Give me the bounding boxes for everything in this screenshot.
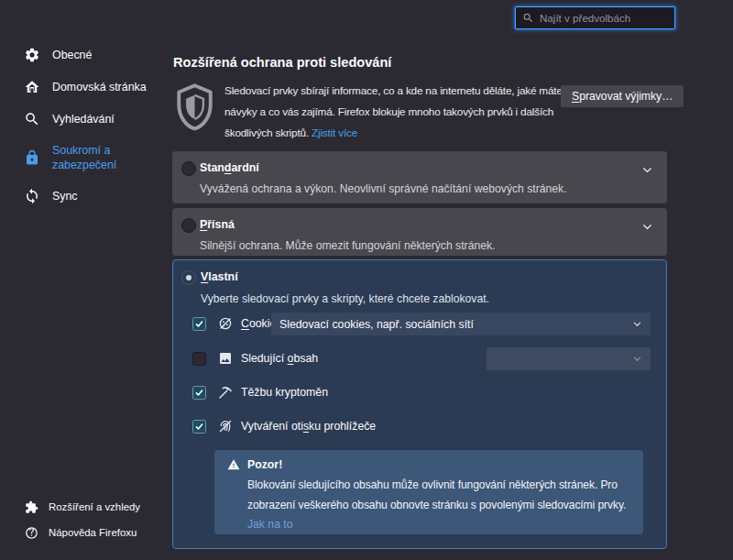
- page-title: Rozšířená ochrana proti sledování: [173, 55, 391, 70]
- label-fingerprinters[interactable]: Vytváření otisku prohlížeče: [241, 420, 376, 433]
- row-cookies: Cookies: [192, 313, 281, 335]
- cookies-select-value: Sledovací cookies, např. sociálních sítí: [279, 318, 474, 331]
- option-label-standard[interactable]: Standardní: [200, 161, 259, 174]
- sidebar-item-label: Obecné: [52, 48, 92, 62]
- search-icon: [522, 12, 534, 24]
- preferences-search[interactable]: [515, 6, 675, 29]
- cookie-blocked-icon: [218, 316, 233, 331]
- radio-standard[interactable]: [181, 161, 196, 176]
- sync-icon: [24, 188, 40, 204]
- puzzle-icon: [25, 500, 38, 514]
- sidebar-item-general[interactable]: Obecné: [0, 46, 170, 64]
- checkbox-cookies-checked[interactable]: [192, 317, 206, 331]
- sidebar-item-home[interactable]: Domovská stránka: [0, 78, 170, 96]
- sidebar-item-firefox-help[interactable]: Nápověda Firefoxu: [0, 524, 170, 541]
- sidebar-item-label: Rozšíření a vzhledy: [49, 500, 140, 514]
- option-card-standard[interactable]: Standardní Vyvážená ochrana a výkon. Neo…: [172, 151, 667, 203]
- chevron-down-icon[interactable]: [641, 220, 653, 236]
- checkbox-tracking-content-unchecked[interactable]: [192, 352, 206, 366]
- chevron-down-icon: [632, 319, 642, 329]
- sidebar-item-search[interactable]: Vyhledávání: [0, 110, 170, 128]
- lock-icon: [24, 149, 40, 166]
- warning-title: Pozor!: [247, 458, 282, 471]
- warning-text: Blokování sledujícího obsahu může ovlivn…: [247, 476, 643, 515]
- home-icon: [24, 79, 40, 95]
- warning-icon: [227, 458, 240, 471]
- warning-box: Pozor! Blokování sledujícího obsahu může…: [214, 450, 643, 534]
- sidebar-item-label: Vyhledávání: [52, 112, 115, 126]
- checkbox-fingerprinters-checked[interactable]: [192, 420, 206, 434]
- sidebar-item-label: Sync: [52, 189, 78, 203]
- option-card-custom: Vlastní Vyberte sledovací prvky a skript…: [172, 259, 667, 549]
- sidebar: Obecné Domovská stránka Vyhledávání Souk…: [0, 0, 170, 560]
- warning-howto-link[interactable]: Jak na to: [247, 518, 292, 531]
- option-description-strict: Silnější ochrana. Může omezit fungování …: [200, 239, 495, 252]
- search-input[interactable]: [540, 12, 681, 24]
- fingerprint-blocked-icon: [218, 419, 233, 434]
- tracking-content-select-disabled: [487, 347, 651, 370]
- learn-more-link[interactable]: Zjistit více: [312, 126, 357, 139]
- cookies-type-select[interactable]: Sledovací cookies, např. sociálních sítí: [271, 313, 651, 335]
- media-content-icon: [218, 351, 233, 366]
- manage-exceptions-button[interactable]: Spravovat výjimky…: [561, 85, 684, 107]
- row-cryptominers: Těžbu kryptoměn: [192, 381, 328, 403]
- sidebar-item-label: Domovská stránka: [52, 80, 147, 94]
- sidebar-item-privacy-security[interactable]: Soukromí a zabezpečení: [0, 142, 170, 173]
- intro-paragraph: Sledovací prvky sbírají informace, co a …: [224, 81, 596, 144]
- option-label-strict[interactable]: Přísná: [200, 218, 235, 231]
- option-description-custom: Vyberte sledovací prvky a skripty, které…: [201, 292, 489, 305]
- shield-icon: [173, 82, 216, 133]
- pickaxe-icon: [218, 385, 233, 400]
- intro-text: Sledovací prvky sbírají informace, co a …: [224, 84, 563, 139]
- magnifier-icon: [24, 111, 40, 127]
- sidebar-item-extensions-themes[interactable]: Rozšíření a vzhledy: [0, 499, 170, 515]
- checkbox-cryptominers-checked[interactable]: [192, 386, 206, 400]
- sidebar-item-label: Nápověda Firefoxu: [49, 525, 137, 540]
- row-fingerprinters: Vytváření otisku prohlížeče: [192, 415, 376, 437]
- sidebar-item-sync[interactable]: Sync: [0, 187, 170, 205]
- label-cryptominers[interactable]: Těžbu kryptoměn: [241, 386, 328, 399]
- radio-strict[interactable]: [181, 218, 196, 233]
- firefox-preferences-page: Obecné Domovská stránka Vyhledávání Souk…: [0, 0, 733, 560]
- chevron-down-icon: [632, 354, 642, 364]
- option-description-standard: Vyvážená ochrana a výkon. Neovlivní sprá…: [200, 182, 567, 195]
- option-label-custom[interactable]: Vlastní: [201, 270, 238, 283]
- option-card-strict[interactable]: Přísná Silnější ochrana. Může omezit fun…: [172, 208, 667, 256]
- gear-icon: [24, 47, 40, 63]
- help-icon: [25, 526, 38, 540]
- chevron-down-icon[interactable]: [641, 163, 653, 180]
- row-tracking-content: Sledující obsah: [192, 347, 318, 369]
- radio-custom-selected[interactable]: [181, 270, 196, 285]
- label-tracking-content[interactable]: Sledující obsah: [241, 352, 318, 365]
- sidebar-item-label: Soukromí a zabezpečení: [52, 143, 155, 172]
